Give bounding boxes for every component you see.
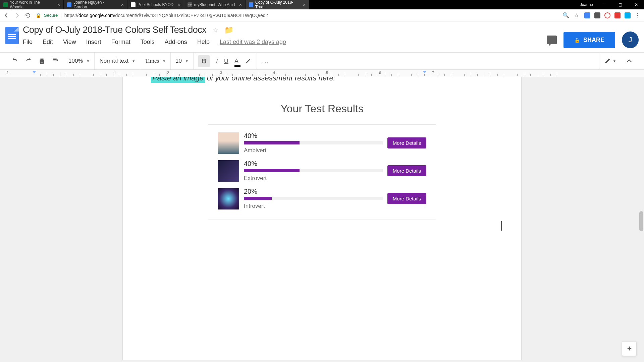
extension-icon[interactable] — [594, 12, 600, 18]
print-button[interactable] — [38, 57, 46, 65]
lock-icon: 🔒 — [36, 13, 41, 18]
reload-button[interactable] — [25, 12, 31, 18]
svg-rect-3 — [53, 59, 57, 61]
folder-icon[interactable]: 📁 — [224, 26, 233, 35]
zoom-select[interactable]: 100% ▼ — [68, 58, 90, 64]
ruler-number: 5 — [326, 71, 328, 75]
url-field[interactable]: 🔒 Secure | https://docs.google.com/docum… — [36, 13, 558, 18]
chevron-down-icon: ▼ — [132, 59, 135, 63]
underline-button[interactable]: U — [224, 58, 228, 65]
minimize-button[interactable]: — — [596, 0, 612, 9]
svg-rect-1 — [40, 59, 43, 60]
scroll-thumb[interactable] — [639, 211, 643, 231]
chevron-down-icon: ▼ — [185, 59, 189, 63]
document-title[interactable]: Copy of O-July 2018-True Colors Self Tes… — [23, 25, 206, 35]
browser-tab-strip: Your work in The Woodla × Joanne Nguyen … — [0, 0, 644, 9]
vertical-scrollbar[interactable] — [639, 77, 644, 362]
close-icon[interactable]: × — [57, 2, 60, 7]
more-details-button: More Details — [387, 165, 426, 176]
avatar[interactable]: J — [622, 32, 639, 48]
undo-button[interactable] — [11, 57, 19, 65]
share-button[interactable]: SHARE — [564, 32, 615, 48]
text-color-button[interactable]: A — [234, 58, 238, 65]
back-button[interactable] — [3, 12, 9, 18]
menu-tools[interactable]: Tools — [141, 39, 155, 46]
menu-format[interactable]: Format — [111, 39, 130, 46]
result-thumbnail — [218, 160, 239, 182]
extension-icon[interactable] — [625, 12, 631, 18]
close-icon[interactable]: × — [303, 2, 306, 7]
tab-favicon — [67, 2, 71, 7]
menu-view[interactable]: View — [63, 39, 76, 46]
ruler-number: 2 — [167, 71, 169, 75]
highlight-button[interactable] — [245, 57, 252, 65]
redo-button[interactable] — [25, 57, 32, 65]
chrome-menu-icon[interactable]: ⋮ — [635, 12, 641, 18]
browser-profile[interactable]: Joanne — [580, 2, 593, 7]
zoom-icon[interactable]: 🔍 — [563, 12, 569, 18]
chevron-down-icon: ▼ — [86, 59, 90, 63]
ruler-number: 4 — [273, 71, 275, 75]
menu-addons[interactable]: Add-ons — [165, 39, 187, 46]
paragraph-style-select[interactable]: Normal text ▼ — [99, 58, 135, 64]
browser-tab[interactable]: Joanne Nguyen - Gordon × — [64, 0, 127, 9]
result-row: 40% Extrovert More Details — [218, 160, 426, 182]
lock-icon — [574, 37, 580, 44]
font-select[interactable]: Times ▼ — [145, 58, 166, 64]
maximize-button[interactable]: ▢ — [612, 0, 628, 9]
ruler-number: 7 — [432, 71, 434, 75]
progress-bar — [244, 141, 383, 144]
star-icon[interactable]: ☆ — [212, 26, 218, 34]
collapse-toolbar-button[interactable] — [626, 58, 633, 64]
tab-label: myBlueprint: Who Am I — [194, 2, 235, 7]
ruler-number: 6 — [379, 71, 381, 75]
menu-help[interactable]: Help — [197, 39, 210, 46]
docs-logo-icon[interactable] — [5, 27, 19, 44]
extension-icon[interactable] — [614, 12, 621, 18]
menu-edit[interactable]: Edit — [43, 39, 53, 46]
extension-icon[interactable] — [604, 12, 610, 18]
ruler[interactable]: 11234567 — [0, 70, 644, 77]
document-canvas[interactable]: Paste an image of your online assessment… — [0, 77, 644, 362]
bold-button[interactable]: B — [198, 55, 210, 67]
left-indent-marker[interactable] — [32, 71, 36, 75]
more-button[interactable]: … — [262, 57, 270, 65]
menu-bar: File Edit View Insert Format Tools Add-o… — [23, 39, 543, 46]
browser-tab[interactable]: Peel Schools BYOD × — [127, 0, 184, 9]
explore-button[interactable]: ✦ — [622, 341, 637, 356]
font-size-select[interactable]: 10 ▼ — [175, 58, 189, 64]
paint-format-button[interactable] — [52, 57, 59, 65]
browser-tab[interactable]: Your work in The Woodla × — [0, 0, 64, 9]
editing-mode-button[interactable]: ▼ — [604, 58, 616, 64]
new-tab-button[interactable] — [309, 0, 316, 9]
chevron-down-icon: ▼ — [613, 59, 616, 63]
extension-icon[interactable] — [584, 12, 590, 18]
close-window-button[interactable]: ✕ — [629, 0, 644, 9]
result-row: 40% Ambivert More Details — [218, 132, 426, 154]
last-edit-link[interactable]: Last edit was 2 days ago — [220, 39, 286, 46]
comments-icon[interactable] — [547, 36, 557, 44]
embedded-image[interactable]: Your Test Results 40% Ambivert More Deta… — [208, 103, 436, 220]
result-percentage: 20% — [244, 188, 383, 195]
document-page: Paste an image of your online assessment… — [122, 77, 522, 360]
italic-button[interactable]: I — [216, 57, 218, 65]
forward-button[interactable] — [14, 12, 20, 18]
progress-bar — [244, 169, 383, 172]
ruler-number: 3 — [220, 71, 222, 75]
ruler-number: 1 — [114, 71, 116, 75]
menu-insert[interactable]: Insert — [86, 39, 101, 46]
menu-file[interactable]: File — [23, 39, 33, 46]
browser-tab-active[interactable]: Copy of O-July 2018-True × — [246, 0, 309, 9]
result-row: 20% Introvert More Details — [218, 188, 426, 209]
chevron-down-icon: ▼ — [162, 59, 166, 63]
result-percentage: 40% — [244, 132, 383, 140]
close-icon[interactable]: × — [177, 2, 180, 7]
close-icon[interactable]: × — [239, 2, 242, 7]
browser-tab[interactable]: my myBlueprint: Who Am I × — [184, 0, 246, 9]
close-icon[interactable]: × — [121, 2, 124, 7]
result-label: Introvert — [244, 203, 383, 209]
tab-label: Peel Schools BYOD — [138, 2, 173, 7]
tab-favicon — [3, 2, 8, 7]
text-cursor — [501, 221, 502, 231]
bookmark-star-icon[interactable]: ☆ — [574, 12, 580, 18]
